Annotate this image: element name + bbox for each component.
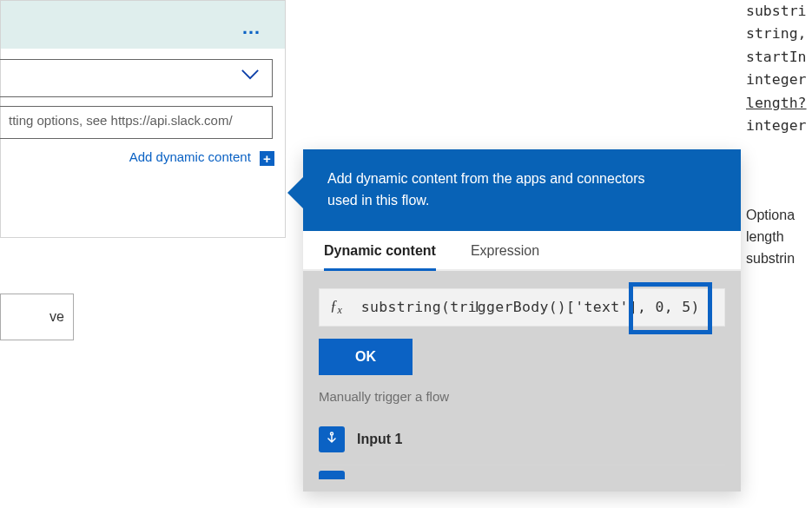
chevron-down-icon: [241, 68, 260, 79]
input-placeholder: tting options, see https://api.slack.com…: [9, 113, 233, 128]
divider: [319, 465, 725, 465]
flyout-header-line2: used in this flow.: [327, 190, 716, 212]
text-input[interactable]: tting options, see https://api.slack.com…: [0, 106, 273, 139]
callout-beak: [287, 177, 303, 208]
plus-icon: +: [260, 151, 274, 166]
code-line: integer: [746, 69, 812, 91]
flyout-tabs: Dynamic content Expression: [303, 231, 741, 271]
tab-expression[interactable]: Expression: [471, 243, 539, 269]
code-line: integer: [746, 115, 812, 137]
ok-button[interactable]: OK: [319, 339, 413, 375]
input-icon: [319, 426, 345, 452]
dynamic-content-flyout: Add dynamic content from the apps and co…: [303, 149, 741, 492]
dynamic-content-item[interactable]: Input 1: [319, 426, 725, 452]
action-card: … tting options, see https://api.slack.c…: [0, 0, 286, 238]
trigger-section-title: Manually trigger a flow: [319, 389, 725, 404]
code-line: length?: [746, 92, 812, 115]
fx-icon: ƒx: [330, 297, 342, 317]
code-line: string,: [746, 23, 812, 45]
add-dynamic-content-link[interactable]: Add dynamic content +: [1, 149, 274, 166]
expression-area: ƒx substring(triIggerBody()['text'], 0, …: [303, 271, 741, 492]
flyout-panel: Add dynamic content from the apps and co…: [303, 149, 741, 492]
save-button-label: ve: [50, 309, 64, 324]
expression-text: substring(triIggerBody()['text'], 0, 5): [361, 299, 700, 315]
expression-input[interactable]: ƒx substring(triIggerBody()['text'], 0, …: [319, 288, 725, 327]
flyout-header: Add dynamic content from the apps and co…: [303, 149, 741, 231]
dropdown-field[interactable]: [0, 59, 273, 97]
card-header: …: [1, 1, 285, 49]
flyout-header-line1: Add dynamic content from the apps and co…: [327, 168, 716, 190]
desc-line: length: [746, 227, 812, 248]
desc-line: Optiona: [746, 205, 812, 227]
tab-dynamic-content[interactable]: Dynamic content: [324, 243, 436, 269]
dynamic-content-item-label: Input 1: [357, 432, 402, 447]
input-icon-partial: [319, 471, 345, 479]
code-line: substri: [746, 0, 812, 23]
syntax-hint-code: substri string, startIn integer length? …: [746, 0, 812, 137]
syntax-hint-description: Optiona length substrin: [746, 205, 812, 269]
add-dynamic-content-label: Add dynamic content: [129, 149, 251, 164]
code-line: startIn: [746, 46, 812, 69]
desc-line: substrin: [746, 248, 812, 270]
more-menu-icon[interactable]: …: [241, 16, 264, 39]
save-button[interactable]: ve: [0, 294, 74, 340]
